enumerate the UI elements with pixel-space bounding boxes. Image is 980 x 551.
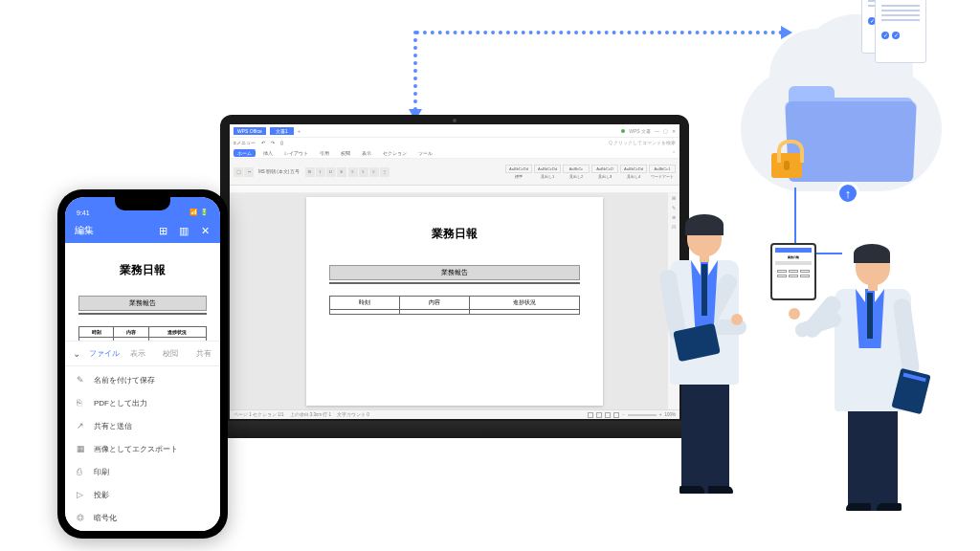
word-count[interactable]: 文字カウント 0 — [337, 412, 369, 417]
laptop-base — [197, 421, 713, 438]
side-icon[interactable]: ✎ — [670, 205, 678, 212]
document-tab[interactable]: 文書1 — [270, 127, 294, 135]
phone-doc-title: 業務日報 — [78, 262, 207, 278]
view-mode-icon[interactable] — [588, 412, 593, 418]
phone-document[interactable]: 業務日報 業務報告 時刻 内容 進捗状況 — [65, 243, 220, 341]
tab-section[interactable]: セクション — [379, 149, 411, 157]
tablet-header — [775, 248, 812, 253]
italic-button[interactable]: I — [316, 167, 325, 177]
phone-bottom-menu: ⌄ ファイル 表示 校閲 共有 ✎名前を付けて保存 ⎘PDFとして出力 ↗共有と… — [65, 341, 220, 531]
quick-access-toolbar: ≡メニュー ↶ ↷ ⎙ Q クリックしてコマンドを検索 — [230, 138, 679, 147]
underline-button[interactable]: U — [326, 167, 336, 177]
menu-share[interactable]: ↗共有と送信 — [65, 414, 220, 437]
style-h2[interactable]: AaBbCc見出し2 — [563, 165, 590, 179]
tab-review[interactable]: 校閲 — [154, 348, 188, 359]
grid-icon[interactable]: ⊞ — [157, 225, 168, 236]
close-icon[interactable]: ✕ — [199, 225, 211, 236]
divider — [78, 313, 207, 315]
tablet-doc-title: 業務日報 — [775, 255, 812, 259]
phone-table: 時刻 内容 進捗状況 — [78, 326, 207, 341]
paragraph-group: ≡ ≡ ≡ ⋮ — [348, 167, 390, 177]
strike-button[interactable]: S — [337, 167, 346, 177]
tab-view[interactable]: 表示 — [122, 348, 155, 359]
align-left-button[interactable]: ≡ — [348, 167, 358, 177]
save-icon: ✎ — [77, 375, 94, 385]
chevron-down-icon[interactable]: ⌄ — [65, 348, 88, 359]
menu-export-pdf[interactable]: ⎘PDFとして出力 — [65, 391, 220, 414]
style-h1[interactable]: AaBbCcDd見出し1 — [534, 165, 561, 179]
view-mode-icon[interactable] — [613, 412, 619, 418]
doctor-figure-right — [823, 245, 938, 513]
col-content: 内容 — [114, 327, 148, 338]
cast-icon: ▷ — [77, 490, 94, 499]
tablet-table — [775, 268, 812, 279]
style-h4[interactable]: AaBbCcDd見出し4 — [620, 165, 647, 179]
print-button[interactable]: ⎙ — [280, 140, 283, 145]
menu-tabs: ⌄ ファイル 表示 校閲 共有 — [65, 342, 220, 366]
col-progress: 進捗状況 — [470, 297, 580, 310]
col-time: 時刻 — [330, 297, 400, 310]
tab-tools[interactable]: ツール — [414, 149, 436, 157]
table-row — [330, 310, 580, 315]
font-selector[interactable]: MS 明朝 (本文) 五号 — [258, 169, 301, 174]
cloud-storage-illustration: ✓ ✓✓ ↑ — [731, 10, 951, 201]
wps-writer-app: WPS Office 文書1 + WPS 文書 — ▢ ✕ ≡メニュー ↶ ↷ … — [230, 124, 679, 419]
tab-file[interactable]: ファイル — [88, 348, 122, 359]
print-icon: ⎙ — [77, 467, 94, 476]
document-page[interactable]: 業務日報 業務報告 時刻 内容 進捗状況 — [306, 197, 603, 406]
status-label: WPS 文書 — [629, 128, 651, 134]
styles-gallery: AaBbCcDd標準 AaBbCcDd見出し1 AaBbCc見出し2 AaBbC… — [505, 165, 676, 179]
minimize-button[interactable]: — — [655, 128, 659, 134]
shared-tablet: 業務日報 — [770, 243, 816, 300]
style-normal[interactable]: AaBbCcDd標準 — [505, 165, 532, 179]
menu-print[interactable]: ⎙印刷 — [65, 460, 220, 483]
doctor-figure-left — [651, 214, 756, 501]
tab-view[interactable]: 表示 — [358, 149, 375, 157]
tab-layout[interactable]: レイアウト — [280, 149, 312, 157]
phone-screen: 9:41 📶 🔋 編集 ⊞ ▥ ✕ 業務日報 業務報告 時刻 内容 進捗状況 — [65, 197, 220, 531]
tab-references[interactable]: 引用 — [316, 149, 333, 157]
tab-share[interactable]: 共有 — [188, 348, 221, 359]
bold-button[interactable]: B — [305, 167, 315, 177]
cut-button[interactable]: ✂ — [244, 167, 254, 177]
lock-icon: ⏣ — [77, 513, 94, 522]
tab-home[interactable]: ホーム — [234, 149, 256, 157]
document-icon: ✓✓ — [875, 0, 926, 63]
clipboard-group: 📋 ✂ — [234, 167, 254, 177]
font-group: B I U S — [305, 167, 346, 177]
command-search[interactable]: Q クリックしてコマンドを検索 — [609, 141, 676, 145]
new-tab-button[interactable]: + — [298, 128, 301, 134]
align-center-button[interactable]: ≡ — [359, 167, 368, 177]
zoom-out-button[interactable]: − — [622, 412, 625, 417]
view-mode-icon[interactable] — [596, 412, 602, 418]
menu-button[interactable]: ≡メニュー — [234, 140, 256, 145]
document-canvas[interactable]: 業務日報 業務報告 時刻 内容 進捗状況 ⊞ ✎ ⊕ — [230, 193, 679, 409]
tab-review[interactable]: 校閲 — [337, 149, 354, 157]
layout-icon[interactable]: ▥ — [178, 225, 189, 236]
menu-encrypt[interactable]: ⏣暗号化 — [65, 506, 220, 529]
phone-device: 9:41 📶 🔋 編集 ⊞ ▥ ✕ 業務日報 業務報告 時刻 内容 進捗状況 — [57, 189, 228, 539]
paste-button[interactable]: 📋 — [234, 167, 243, 177]
style-wordart[interactable]: AaBbCc1ワードアート — [649, 165, 676, 179]
style-h3[interactable]: AaBbCcD見出し3 — [591, 165, 618, 179]
phone-section-header: 業務報告 — [78, 296, 207, 311]
list-button[interactable]: ⋮ — [380, 167, 390, 177]
check-icon: ✓ — [881, 32, 889, 39]
menu-save-as[interactable]: ✎名前を付けて保存 — [65, 368, 220, 391]
tab-insert[interactable]: 挿入 — [259, 149, 277, 157]
ruler[interactable] — [230, 186, 679, 193]
menu-item-list: ✎名前を付けて保存 ⎘PDFとして出力 ↗共有と送信 ▦画像としてエクスポート … — [65, 366, 220, 531]
ribbon-collapse-icon[interactable]: ⌃ — [672, 150, 676, 156]
share-icon: ↗ — [77, 421, 94, 430]
maximize-button[interactable]: ▢ — [663, 128, 668, 134]
undo-button[interactable]: ↶ — [261, 140, 265, 145]
view-mode-icon[interactable] — [605, 412, 611, 418]
redo-button[interactable]: ↷ — [271, 140, 275, 145]
close-button[interactable]: ✕ — [672, 128, 676, 134]
side-icon[interactable]: ⊞ — [670, 195, 678, 203]
menu-export-image[interactable]: ▦画像としてエクスポート — [65, 437, 220, 460]
align-right-button[interactable]: ≡ — [369, 167, 379, 177]
padlock-icon — [771, 153, 802, 178]
menu-cast[interactable]: ▷投影 — [65, 483, 220, 506]
ribbon-tabs: ホーム 挿入 レイアウト 引用 校閲 表示 セクション ツール ⌃ — [230, 147, 679, 159]
